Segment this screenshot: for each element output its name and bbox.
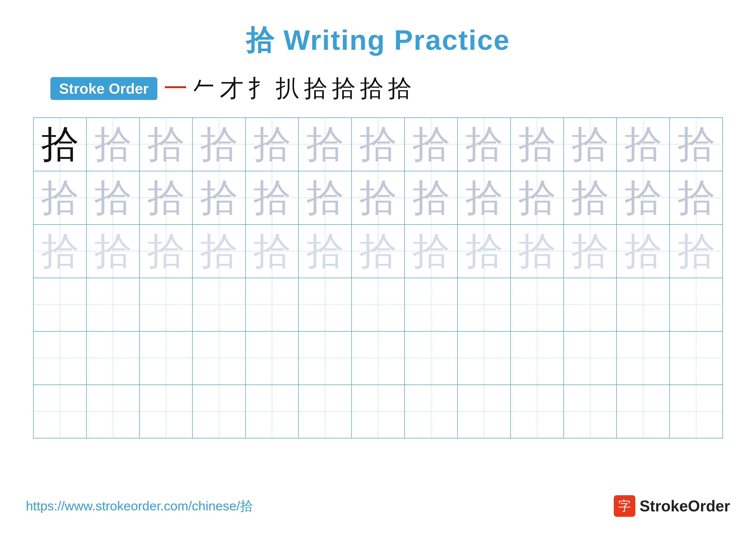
stroke-char-7: 拾 bbox=[332, 72, 356, 105]
grid-cell[interactable]: 拾 bbox=[299, 171, 352, 224]
grid-cell[interactable]: 拾 bbox=[34, 171, 87, 224]
grid-cell[interactable] bbox=[617, 385, 670, 438]
grid-cell[interactable] bbox=[670, 278, 723, 331]
grid-cell[interactable]: 拾 bbox=[34, 225, 87, 278]
grid-cell[interactable]: 拾 bbox=[564, 225, 617, 278]
grid-cell[interactable]: 拾 bbox=[458, 171, 511, 224]
logo-icon: 字 bbox=[614, 495, 635, 517]
grid-cell[interactable] bbox=[193, 278, 246, 331]
grid-cell[interactable]: 拾 bbox=[564, 171, 617, 224]
grid-cell[interactable] bbox=[352, 385, 405, 438]
grid-cell[interactable]: 拾 bbox=[352, 225, 405, 278]
grid-cell[interactable] bbox=[405, 332, 458, 385]
grid-cell[interactable] bbox=[670, 385, 723, 438]
grid-cell[interactable]: 拾 bbox=[564, 118, 617, 171]
grid-row-5 bbox=[34, 332, 722, 385]
grid-cell[interactable]: 拾 bbox=[246, 118, 299, 171]
grid-cell[interactable]: 拾 bbox=[299, 118, 352, 171]
grid-cell[interactable]: 拾 bbox=[617, 171, 670, 224]
logo-text: StrokeOrder bbox=[640, 497, 730, 515]
footer: https://www.strokeorder.com/chinese/拾 字 … bbox=[0, 495, 756, 517]
grid-cell[interactable] bbox=[299, 278, 352, 331]
grid-cell[interactable]: 拾 bbox=[458, 225, 511, 278]
grid-cell[interactable] bbox=[352, 278, 405, 331]
grid-cell[interactable]: 拾 bbox=[617, 118, 670, 171]
stroke-char-5: 扒 bbox=[276, 72, 300, 105]
grid-row-6 bbox=[34, 385, 722, 438]
grid-cell[interactable] bbox=[246, 385, 299, 438]
stroke-order-badge: Stroke Order bbox=[50, 77, 157, 100]
grid-cell[interactable]: 拾 bbox=[670, 171, 723, 224]
grid-cell[interactable]: 拾 bbox=[140, 225, 193, 278]
grid-cell[interactable]: 拾 bbox=[405, 171, 458, 224]
grid-cell[interactable] bbox=[246, 278, 299, 331]
grid-cell[interactable]: 拾 bbox=[193, 118, 246, 171]
grid-cell[interactable] bbox=[564, 385, 617, 438]
grid-cell[interactable]: 拾 bbox=[140, 118, 193, 171]
grid-cell[interactable]: 拾 bbox=[193, 171, 246, 224]
grid-cell[interactable]: 拾 bbox=[405, 225, 458, 278]
grid-cell[interactable] bbox=[34, 332, 87, 385]
practice-grid: 拾 拾 拾 拾 拾 拾 拾 拾 拾 拾 拾 拾 拾 拾 拾 拾 拾 拾 拾 拾 … bbox=[33, 117, 723, 438]
grid-row-4 bbox=[34, 278, 722, 332]
grid-cell[interactable]: 拾 bbox=[34, 118, 87, 171]
grid-cell[interactable] bbox=[617, 332, 670, 385]
grid-cell[interactable] bbox=[140, 385, 193, 438]
grid-cell[interactable] bbox=[458, 385, 511, 438]
grid-cell[interactable]: 拾 bbox=[87, 171, 140, 224]
grid-cell[interactable]: 拾 bbox=[352, 118, 405, 171]
grid-cell[interactable] bbox=[564, 332, 617, 385]
page-title: 拾 Writing Practice bbox=[246, 21, 510, 60]
grid-cell[interactable] bbox=[299, 332, 352, 385]
grid-cell[interactable] bbox=[299, 385, 352, 438]
grid-cell[interactable] bbox=[511, 278, 564, 331]
grid-cell[interactable] bbox=[87, 332, 140, 385]
grid-cell[interactable]: 拾 bbox=[458, 118, 511, 171]
grid-cell[interactable] bbox=[670, 332, 723, 385]
grid-cell[interactable] bbox=[511, 332, 564, 385]
grid-cell[interactable] bbox=[34, 278, 87, 331]
grid-cell[interactable] bbox=[458, 278, 511, 331]
page: 拾 Writing Practice Stroke Order 一 𠂉 才 扌 … bbox=[0, 0, 756, 534]
stroke-char-2: 𠂉 bbox=[192, 75, 216, 102]
grid-cell[interactable] bbox=[140, 278, 193, 331]
stroke-chars: 一 𠂉 才 扌 扒 拾 拾 拾 拾 bbox=[164, 72, 412, 105]
grid-cell[interactable] bbox=[193, 332, 246, 385]
grid-cell[interactable] bbox=[34, 385, 87, 438]
grid-cell[interactable] bbox=[564, 278, 617, 331]
grid-cell[interactable]: 拾 bbox=[670, 225, 723, 278]
stroke-char-1: 一 bbox=[164, 72, 187, 105]
footer-logo: 字 StrokeOrder bbox=[614, 495, 730, 517]
grid-cell[interactable]: 拾 bbox=[246, 171, 299, 224]
grid-cell[interactable]: 拾 bbox=[246, 225, 299, 278]
grid-cell[interactable] bbox=[617, 278, 670, 331]
grid-cell[interactable]: 拾 bbox=[193, 225, 246, 278]
grid-cell[interactable] bbox=[405, 385, 458, 438]
grid-cell[interactable]: 拾 bbox=[352, 171, 405, 224]
grid-cell[interactable]: 拾 bbox=[511, 225, 564, 278]
grid-cell[interactable] bbox=[140, 332, 193, 385]
grid-cell[interactable]: 拾 bbox=[617, 225, 670, 278]
grid-cell[interactable] bbox=[511, 385, 564, 438]
grid-cell[interactable] bbox=[87, 278, 140, 331]
stroke-char-9: 拾 bbox=[388, 72, 412, 105]
grid-cell[interactable]: 拾 bbox=[511, 118, 564, 171]
grid-cell[interactable] bbox=[405, 278, 458, 331]
grid-cell[interactable] bbox=[458, 332, 511, 385]
stroke-char-6: 拾 bbox=[304, 72, 328, 105]
grid-row-1: 拾 拾 拾 拾 拾 拾 拾 拾 拾 拾 拾 拾 拾 bbox=[34, 118, 722, 171]
grid-cell[interactable]: 拾 bbox=[87, 118, 140, 171]
grid-cell[interactable] bbox=[193, 385, 246, 438]
grid-cell[interactable]: 拾 bbox=[87, 225, 140, 278]
stroke-char-8: 拾 bbox=[360, 72, 384, 105]
grid-cell[interactable] bbox=[246, 332, 299, 385]
grid-cell[interactable]: 拾 bbox=[670, 118, 723, 171]
grid-cell[interactable] bbox=[352, 332, 405, 385]
grid-cell[interactable]: 拾 bbox=[511, 171, 564, 224]
stroke-order-row: Stroke Order 一 𠂉 才 扌 扒 拾 拾 拾 拾 bbox=[33, 72, 723, 105]
grid-cell[interactable]: 拾 bbox=[299, 225, 352, 278]
grid-row-2: 拾 拾 拾 拾 拾 拾 拾 拾 拾 拾 拾 拾 拾 bbox=[34, 171, 722, 225]
grid-cell[interactable]: 拾 bbox=[405, 118, 458, 171]
grid-cell[interactable] bbox=[87, 385, 140, 438]
grid-cell[interactable]: 拾 bbox=[140, 171, 193, 224]
